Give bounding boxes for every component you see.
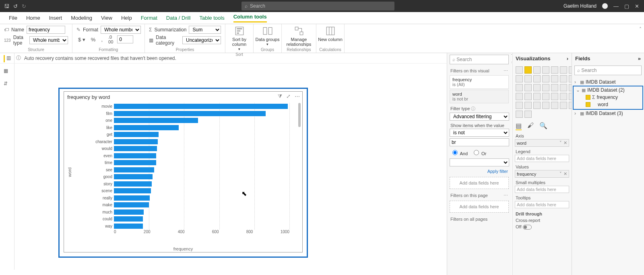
new-column-button[interactable]: New column — [318, 26, 343, 42]
viz-type-icon[interactable] — [542, 75, 549, 82]
tab-home[interactable]: Home — [26, 15, 40, 21]
more-options-icon[interactable]: ⋯ — [295, 93, 300, 100]
viz-type-icon[interactable] — [560, 66, 567, 74]
viz-type-icon[interactable] — [551, 102, 558, 109]
tab-view[interactable]: View — [101, 15, 112, 21]
tooltips-well[interactable]: Add data fields here — [515, 201, 569, 208]
viz-type-icon[interactable] — [524, 102, 532, 109]
viz-type-icon[interactable] — [551, 66, 558, 74]
save-icon[interactable]: 🖫 — [4, 3, 9, 9]
viz-type-icon[interactable] — [533, 66, 541, 74]
datatype-select[interactable]: Whole number — [29, 36, 68, 44]
axis-well[interactable]: word˅✕ — [515, 139, 569, 147]
filter-drop-visual[interactable]: Add data fields here — [450, 177, 509, 189]
chevron-down-icon[interactable]: ˅ — [559, 140, 562, 146]
summarization-select[interactable]: Sum — [189, 26, 221, 34]
decimals-input[interactable] — [117, 35, 133, 43]
viz-type-icon[interactable] — [542, 102, 549, 109]
percent-button[interactable]: % — [89, 37, 97, 43]
viz-type-icon[interactable] — [533, 102, 541, 109]
maximize-icon[interactable]: ▢ — [624, 3, 629, 9]
viz-type-icon[interactable] — [516, 75, 523, 82]
filter-card-word[interactable]: word is not br — [450, 90, 509, 103]
data-groups-button[interactable]: Data groups▾ — [255, 26, 281, 47]
viz-type-icon[interactable] — [524, 75, 532, 82]
bar[interactable] — [114, 153, 156, 158]
tab-table-tools[interactable]: Table tools — [199, 15, 224, 21]
user-avatar-icon[interactable] — [602, 3, 608, 9]
tab-file[interactable]: File — [9, 15, 17, 21]
filter-drop-page[interactable]: Add data fields here — [450, 201, 509, 213]
viz-type-icon[interactable] — [516, 93, 523, 100]
visual-selected[interactable]: frequency by word ⧩ ⤢ ⋯ word moviefilmon… — [58, 88, 308, 258]
dataset-2[interactable]: ⌄▦IMDB Dataset (2) — [574, 86, 642, 94]
checkbox-checked-icon[interactable] — [586, 95, 590, 100]
remove-icon[interactable]: ✕ — [564, 171, 567, 176]
remove-icon[interactable]: ✕ — [564, 140, 567, 146]
tab-help[interactable]: Help — [121, 15, 132, 21]
collapse-icon[interactable]: › — [567, 55, 568, 62]
viz-type-icon[interactable] — [524, 93, 532, 100]
viz-type-icon[interactable] — [560, 102, 567, 109]
bar[interactable] — [114, 139, 158, 144]
bar[interactable] — [114, 202, 149, 207]
field-frequency[interactable]: Σfrequency — [574, 94, 642, 101]
data-view-icon[interactable]: ▦ — [4, 68, 11, 75]
viz-type-icon[interactable] — [524, 111, 532, 118]
tab-column-tools[interactable]: Column tools — [233, 14, 267, 23]
bar[interactable] — [114, 160, 156, 165]
fields-search[interactable]: ⌕ Search — [574, 66, 642, 75]
filter-val1-input[interactable] — [450, 138, 509, 146]
tab-format[interactable]: Format — [141, 15, 157, 21]
bar[interactable] — [114, 188, 151, 193]
bar[interactable] — [114, 195, 150, 201]
global-search[interactable]: ⌕ Search — [242, 2, 394, 10]
bar[interactable] — [114, 167, 154, 172]
bar[interactable] — [114, 174, 153, 179]
apply-filter-link[interactable]: Apply filter — [447, 167, 511, 175]
bar[interactable] — [114, 209, 144, 215]
viz-type-icon[interactable] — [542, 93, 549, 100]
filter-card-frequency[interactable]: frequency is (All) — [450, 75, 509, 89]
decimal-format-button[interactable]: .000 — [107, 35, 115, 44]
viz-type-icon[interactable] — [516, 111, 523, 118]
viz-type-icon[interactable] — [551, 84, 558, 91]
viz-type-icon[interactable] — [524, 66, 532, 74]
viz-type-icon[interactable] — [533, 93, 541, 100]
viz-type-icon[interactable] — [533, 75, 541, 82]
small-multiples-well[interactable]: Add data fields here — [515, 186, 569, 193]
viz-type-icon[interactable] — [524, 84, 532, 91]
viz-type-icon[interactable] — [551, 93, 558, 100]
fields-mode-icon[interactable]: ▤ — [516, 122, 522, 130]
name-input[interactable] — [27, 26, 65, 34]
minimize-icon[interactable]: — — [613, 3, 619, 9]
and-radio[interactable]: And — [450, 149, 468, 156]
user-name[interactable]: Gaelim Holland — [564, 3, 597, 9]
dataset-1[interactable]: ›▦IMDB Dataset — [572, 78, 644, 86]
viz-type-icon[interactable] — [560, 75, 567, 82]
category-select[interactable]: Uncategorized — [182, 36, 221, 44]
more-icon[interactable]: ⋯ — [504, 68, 508, 74]
close-icon[interactable]: ✕ — [635, 3, 639, 9]
bar[interactable] — [114, 224, 143, 229]
viz-type-icon[interactable] — [516, 84, 523, 91]
viz-type-icon[interactable] — [542, 84, 549, 91]
analytics-mode-icon[interactable]: 🔍 — [539, 122, 547, 130]
model-view-icon[interactable]: ⇵ — [4, 81, 11, 88]
viz-type-icon[interactable] — [560, 84, 567, 91]
filter-search[interactable]: ⌕ Search — [450, 55, 509, 64]
format-select[interactable]: Whole number — [101, 26, 141, 34]
viz-type-icon[interactable] — [560, 93, 567, 100]
viz-type-icon[interactable] — [533, 84, 541, 91]
filter-icon[interactable]: ⧩ — [278, 93, 282, 100]
bar[interactable] — [114, 125, 179, 130]
chart-scrollbar[interactable] — [298, 103, 301, 127]
viz-type-icon[interactable] — [516, 102, 523, 109]
tab-modeling[interactable]: Modeling — [71, 15, 92, 21]
values-well[interactable]: frequency˅✕ — [515, 170, 569, 178]
focus-mode-icon[interactable]: ⤢ — [286, 93, 291, 100]
legend-well[interactable]: Add data fields here — [515, 155, 569, 162]
bar[interactable] — [114, 216, 143, 222]
viz-type-icon[interactable] — [551, 75, 558, 82]
tab-data-drill[interactable]: Data / Drill — [166, 15, 191, 21]
